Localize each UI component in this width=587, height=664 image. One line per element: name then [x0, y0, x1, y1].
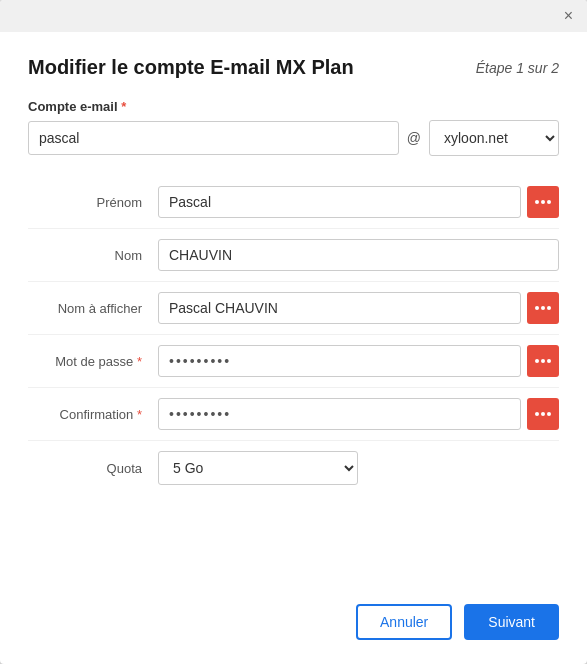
nom-row: Nom [28, 229, 559, 282]
motdepasse-label: Mot de passe * [28, 354, 158, 369]
prenom-input[interactable] [158, 186, 521, 218]
confirmation-label: Confirmation * [28, 407, 158, 422]
motdepasse-input[interactable] [158, 345, 521, 377]
motdepasse-dots-button[interactable] [527, 345, 559, 377]
email-row: @ xyloon.net [28, 120, 559, 156]
modal-footer: Annuler Suivant [0, 584, 587, 664]
prenom-dots-button[interactable] [527, 186, 559, 218]
form-grid: Prénom Nom [28, 176, 559, 495]
prenom-label: Prénom [28, 195, 158, 210]
dots-icon [535, 412, 551, 416]
cancel-button[interactable]: Annuler [356, 604, 452, 640]
modal-container: × Modifier le compte E-mail MX Plan Étap… [0, 0, 587, 664]
motdepasse-input-wrap [158, 345, 559, 377]
motdepasse-row: Mot de passe * [28, 335, 559, 388]
prenom-input-wrap [158, 186, 559, 218]
quota-input-wrap: 5 Go 10 Go 25 Go 50 Go 100 Go [158, 451, 559, 485]
step-label: Étape 1 sur 2 [476, 60, 559, 76]
quota-select[interactable]: 5 Go 10 Go 25 Go 50 Go 100 Go [158, 451, 358, 485]
at-symbol: @ [405, 130, 423, 146]
nom-afficher-input[interactable] [158, 292, 521, 324]
modal-header-bar: × [0, 0, 587, 32]
quota-label: Quota [28, 461, 158, 476]
quota-row: Quota 5 Go 10 Go 25 Go 50 Go 100 Go [28, 441, 559, 495]
modal-title-row: Modifier le compte E-mail MX Plan Étape … [28, 56, 559, 79]
nom-afficher-label: Nom à afficher [28, 301, 158, 316]
dots-icon [535, 200, 551, 204]
dots-icon [535, 359, 551, 363]
nom-afficher-row: Nom à afficher [28, 282, 559, 335]
confirmation-input-wrap [158, 398, 559, 430]
modal-body: Modifier le compte E-mail MX Plan Étape … [0, 32, 587, 584]
compte-email-label: Compte e-mail * [28, 99, 559, 114]
email-local-input[interactable] [28, 121, 399, 155]
close-button[interactable]: × [558, 6, 579, 26]
confirmation-dots-button[interactable] [527, 398, 559, 430]
modal-title: Modifier le compte E-mail MX Plan [28, 56, 354, 79]
domain-select[interactable]: xyloon.net [429, 120, 559, 156]
dots-icon [535, 306, 551, 310]
prenom-row: Prénom [28, 176, 559, 229]
confirmation-input[interactable] [158, 398, 521, 430]
nom-afficher-dots-button[interactable] [527, 292, 559, 324]
nom-label: Nom [28, 248, 158, 263]
nom-input-wrap [158, 239, 559, 271]
next-button[interactable]: Suivant [464, 604, 559, 640]
confirmation-row: Confirmation * [28, 388, 559, 441]
nom-input[interactable] [158, 239, 559, 271]
nom-afficher-input-wrap [158, 292, 559, 324]
